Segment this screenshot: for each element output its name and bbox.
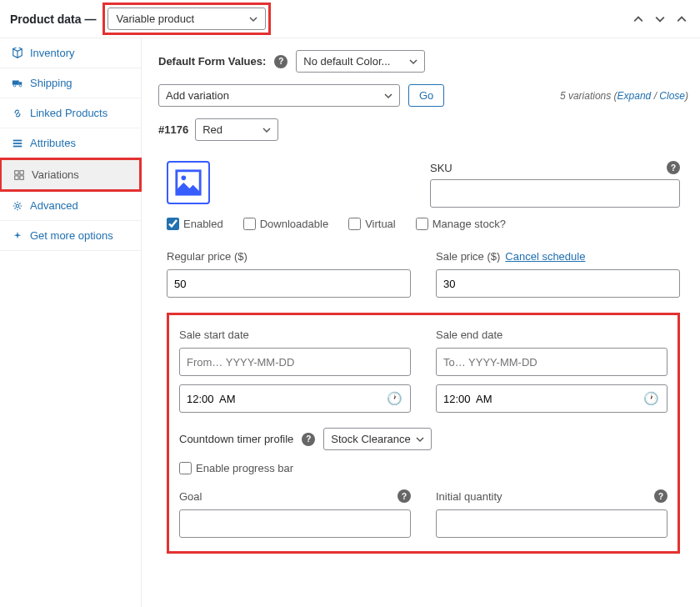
downloadable-checkbox[interactable]: Downloadable	[243, 218, 328, 230]
sale-start-time-input[interactable]	[179, 384, 411, 413]
regular-price-label: Regular price ($)	[167, 250, 411, 263]
panel-title: Product data —	[10, 13, 96, 26]
virtual-checkbox[interactable]: Virtual	[348, 218, 396, 230]
close-link[interactable]: Close	[659, 90, 685, 102]
svg-point-2	[13, 84, 16, 87]
countdown-select[interactable]: Stock Clearance	[323, 428, 432, 450]
link-icon	[12, 108, 23, 119]
countdown-label: Countdown timer profile	[179, 433, 293, 445]
image-icon	[174, 168, 202, 197]
list-icon	[12, 138, 23, 149]
collapse-up-icon[interactable]	[630, 11, 647, 28]
chevron-down-icon	[249, 15, 258, 23]
sidebar-item-label: Linked Products	[30, 107, 108, 119]
toggle-panel-icon[interactable]	[673, 11, 690, 28]
sidebar-item-label: Advanced	[30, 199, 78, 212]
product-type-value: Variable product	[116, 13, 194, 25]
svg-rect-10	[20, 175, 23, 178]
sale-price-label: Sale price ($)	[436, 250, 500, 263]
sidebar-item-attributes[interactable]: Attributes	[0, 128, 141, 158]
variation-attr-select[interactable]: Red	[195, 118, 278, 141]
variations-meta: 5 variations (Expand / Close)	[560, 90, 688, 102]
help-icon[interactable]: ?	[654, 489, 668, 503]
inventory-icon	[12, 48, 23, 59]
help-icon[interactable]: ?	[398, 489, 411, 503]
svg-point-11	[16, 204, 19, 208]
sale-end-date-input[interactable]	[436, 348, 668, 376]
sidebar-item-shipping[interactable]: Shipping	[0, 68, 141, 98]
sidebar-item-advanced[interactable]: Advanced	[0, 191, 141, 221]
go-button[interactable]: Go	[408, 84, 444, 107]
countdown-value: Stock Clearance	[331, 433, 410, 445]
add-variation-select[interactable]: Add variation	[158, 84, 400, 107]
svg-rect-8	[20, 170, 23, 173]
help-icon[interactable]: ?	[302, 433, 315, 446]
expand-down-icon[interactable]	[652, 11, 668, 28]
sidebar-item-label: Shipping	[30, 77, 72, 89]
default-form-select[interactable]: No default Color...	[296, 50, 425, 73]
sale-end-time-input[interactable]	[436, 384, 668, 413]
sale-price-input[interactable]	[436, 269, 680, 298]
svg-rect-9	[15, 175, 18, 178]
svg-point-3	[19, 84, 22, 87]
help-icon[interactable]: ?	[274, 55, 288, 68]
sale-start-label: Sale start date	[179, 329, 411, 341]
sidebar-item-label: Attributes	[30, 137, 76, 149]
goal-input[interactable]	[179, 509, 411, 538]
svg-rect-0	[12, 80, 19, 84]
cancel-schedule-link[interactable]: Cancel schedule	[505, 250, 585, 263]
sidebar-item-linked[interactable]: Linked Products	[0, 98, 141, 128]
highlight-box: Variable product	[102, 3, 271, 35]
panel-header: Product data — Variable product	[0, 0, 700, 38]
gear-icon	[12, 200, 23, 212]
help-icon[interactable]: ?	[667, 161, 680, 174]
sparkle-icon	[12, 230, 23, 242]
sidebar-item-label: Inventory	[30, 47, 74, 59]
sidebar-item-variations[interactable]: Variations	[0, 158, 142, 192]
variation-image-placeholder[interactable]	[167, 161, 210, 204]
svg-rect-4	[13, 139, 22, 141]
sku-label: SKU	[430, 162, 452, 174]
sidebar-item-label: Get more options	[30, 229, 113, 242]
chevron-down-icon	[384, 92, 392, 100]
regular-price-input[interactable]	[167, 269, 411, 298]
initial-qty-label: Initial quantity	[436, 490, 502, 503]
expand-link[interactable]: Expand	[618, 90, 652, 102]
add-variation-value: Add variation	[166, 89, 229, 102]
default-form-value: No default Color...	[303, 55, 390, 68]
grid-icon	[13, 169, 25, 181]
sidebar-item-label: Variations	[32, 168, 79, 181]
sale-start-date-input[interactable]	[179, 348, 411, 376]
highlight-box: Sale start date 🕐 Sale end date 🕐	[167, 313, 680, 554]
variation-id: #1176	[158, 123, 188, 136]
sidebar-item-inventory[interactable]: Inventory	[0, 38, 141, 68]
svg-rect-7	[15, 170, 18, 173]
product-type-select[interactable]: Variable product	[108, 8, 266, 30]
header-actions	[630, 11, 690, 28]
enable-progress-checkbox[interactable]: Enable progress bar	[179, 462, 668, 474]
manage-stock-checkbox[interactable]: Manage stock?	[416, 218, 506, 230]
initial-qty-input[interactable]	[436, 509, 668, 538]
default-form-label: Default Form Values:	[158, 55, 266, 68]
svg-rect-6	[13, 145, 22, 147]
chevron-down-icon	[262, 126, 271, 134]
enabled-checkbox[interactable]: Enabled	[167, 218, 223, 230]
truck-icon	[12, 78, 23, 89]
svg-point-13	[182, 176, 187, 181]
chevron-down-icon	[409, 58, 418, 66]
sidebar: Inventory Shipping Linked Products Attri…	[0, 38, 142, 607]
variation-attr-value: Red	[202, 123, 222, 136]
sale-end-label: Sale end date	[436, 329, 668, 341]
goal-label: Goal	[179, 490, 202, 503]
sidebar-item-more[interactable]: Get more options	[0, 221, 141, 251]
sku-input[interactable]	[430, 179, 680, 208]
svg-rect-5	[13, 143, 22, 144]
content-area: Default Form Values: ? No default Color.…	[142, 38, 700, 607]
chevron-down-icon	[416, 435, 424, 444]
